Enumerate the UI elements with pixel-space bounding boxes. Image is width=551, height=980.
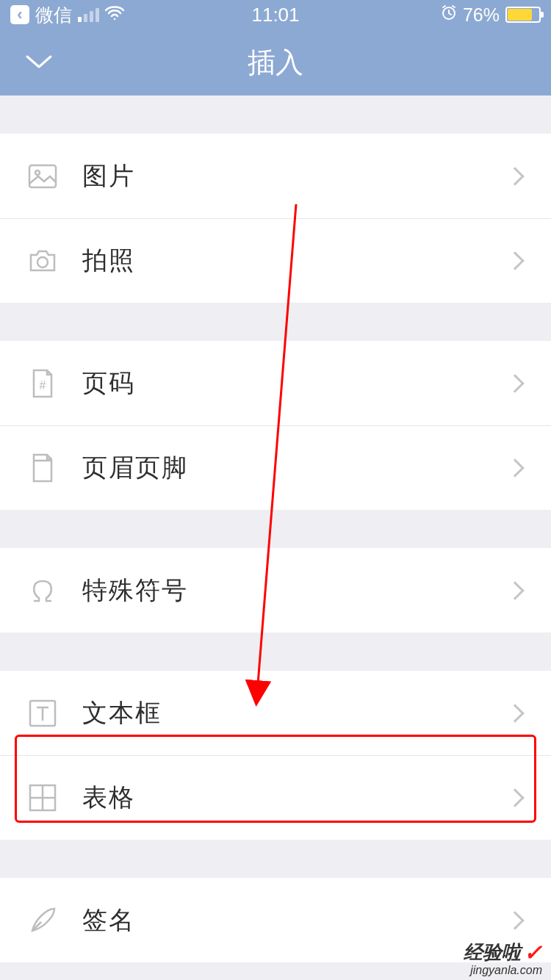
header-footer-icon bbox=[26, 452, 59, 484]
camera-icon bbox=[26, 245, 59, 277]
textbox-icon bbox=[26, 697, 59, 729]
chevron-right-icon bbox=[505, 458, 524, 477]
row-textbox[interactable]: 文本框 bbox=[0, 671, 551, 755]
content: 图片 拍照 # 页码 页眉页脚 bbox=[0, 96, 551, 962]
group-insert: 文本框 表格 bbox=[0, 671, 551, 840]
signal-icon bbox=[78, 8, 99, 22]
status-time: 11:01 bbox=[251, 4, 299, 26]
page-title: 插入 bbox=[57, 44, 494, 82]
alarm-icon bbox=[441, 4, 457, 25]
chevron-right-icon bbox=[505, 374, 524, 392]
chevron-right-icon bbox=[505, 581, 524, 599]
battery-percent: 76% bbox=[463, 4, 500, 26]
back-app-label: 微信 bbox=[35, 3, 72, 27]
group-media: 图片 拍照 bbox=[0, 134, 551, 303]
chevron-right-icon bbox=[505, 788, 524, 807]
omega-icon bbox=[26, 574, 59, 607]
chevron-right-icon bbox=[505, 167, 524, 185]
row-label: 图片 bbox=[59, 159, 508, 193]
watermark-name: 经验啦 bbox=[464, 940, 521, 965]
status-right: 76% bbox=[441, 4, 541, 26]
group-special: 特殊符号 bbox=[0, 548, 551, 633]
row-table[interactable]: 表格 bbox=[0, 755, 551, 840]
svg-text:#: # bbox=[40, 379, 46, 392]
svg-point-2 bbox=[35, 170, 40, 175]
row-label: 文本框 bbox=[59, 696, 508, 730]
watermark-url: jingyanla.com bbox=[464, 964, 542, 977]
wifi-icon bbox=[105, 4, 124, 25]
row-label: 页眉页脚 bbox=[59, 451, 508, 485]
row-label: 特殊符号 bbox=[59, 574, 508, 608]
row-label: 页码 bbox=[59, 367, 508, 400]
page-number-icon: # bbox=[26, 367, 59, 400]
back-to-app-icon[interactable]: ‹ bbox=[10, 5, 29, 24]
row-page-number[interactable]: # 页码 bbox=[0, 341, 551, 425]
row-label: 拍照 bbox=[59, 244, 508, 278]
battery-icon bbox=[505, 7, 541, 23]
image-icon bbox=[26, 160, 59, 192]
row-label: 表格 bbox=[59, 781, 508, 815]
chevron-right-icon bbox=[505, 704, 524, 722]
watermark: 经验啦 ✓ jingyanla.com bbox=[464, 940, 542, 977]
close-button[interactable] bbox=[21, 44, 57, 81]
svg-rect-1 bbox=[29, 165, 56, 187]
table-icon bbox=[26, 782, 59, 814]
header: 插入 bbox=[0, 29, 551, 96]
group-page: # 页码 页眉页脚 bbox=[0, 341, 551, 510]
chevron-right-icon bbox=[505, 251, 524, 270]
checkmark-icon: ✓ bbox=[524, 940, 542, 965]
row-image[interactable]: 图片 bbox=[0, 134, 551, 218]
row-header-footer[interactable]: 页眉页脚 bbox=[0, 425, 551, 510]
status-left: ‹ 微信 bbox=[10, 3, 124, 27]
chevron-right-icon bbox=[505, 911, 524, 929]
row-label: 签名 bbox=[59, 904, 508, 937]
status-bar: ‹ 微信 11:01 76% bbox=[0, 0, 551, 29]
row-special-char[interactable]: 特殊符号 bbox=[0, 548, 551, 633]
feather-icon bbox=[26, 904, 59, 937]
svg-point-3 bbox=[37, 257, 48, 267]
row-photo[interactable]: 拍照 bbox=[0, 218, 551, 303]
